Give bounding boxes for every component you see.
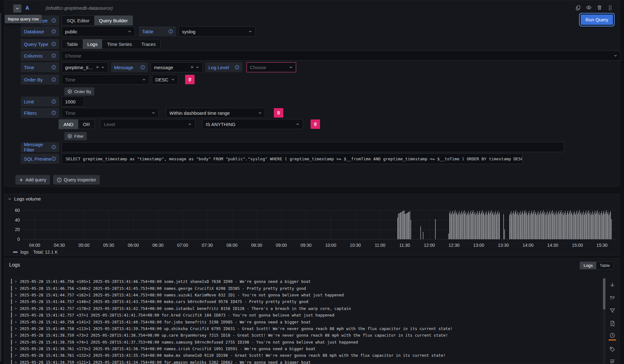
log-row[interactable]: >2025-05-28 15:41:44.757 <162>1 2025-05-… [7, 292, 602, 298]
log-row[interactable]: >2025-05-28 15:41:42.757 <178>2 2025-05-… [7, 305, 602, 312]
expand-chevron-icon[interactable]: > [15, 279, 17, 284]
add-query-button[interactable]: Add query [15, 175, 50, 185]
drag-handle-icon[interactable] [607, 5, 613, 10]
tab-or[interactable]: OR [78, 119, 95, 129]
clear-icon[interactable]: ✕ [191, 65, 194, 69]
tab-logs[interactable]: Logs [83, 39, 102, 49]
tab-sql-editor[interactable]: SQL Editor [62, 16, 94, 25]
logs-volume-chart[interactable]: 604020004:0004:3005:0005:3006:0006:3007:… [5, 194, 619, 255]
log-row[interactable]: >2025-05-28 15:41:36.761 <173>2 2025-05-… [7, 345, 602, 352]
info-icon[interactable] [52, 53, 56, 58]
expand-chevron-icon[interactable]: > [15, 333, 17, 337]
tab-time-series[interactable]: Time Series [102, 39, 136, 49]
log-row[interactable]: >2025-05-28 15:41:42.757 <37>1 2025-05-2… [7, 312, 602, 318]
run-query-button[interactable]: Run Query [581, 14, 613, 25]
info-icon[interactable] [52, 111, 56, 115]
tag-button[interactable] [609, 343, 616, 356]
order-by-field-select[interactable]: Time [62, 74, 149, 85]
x-tick-label: 15:30 [594, 243, 610, 248]
remove-condition-button[interactable] [311, 119, 320, 129]
logs-scrollbar[interactable] [603, 278, 605, 364]
log-level-stripe [11, 292, 12, 298]
sort-button[interactable] [609, 291, 616, 304]
log-row[interactable]: >2025-05-28 15:41:46.756 <148>2 2025-05-… [7, 285, 602, 291]
time-column-select[interactable]: greptime_tim… ✕ [62, 62, 108, 72]
tab-traces[interactable]: Traces [137, 39, 160, 49]
info-icon[interactable] [52, 77, 56, 82]
legend-total: Total: 12.1 K [33, 250, 58, 255]
y-gridline [22, 210, 615, 211]
expand-chevron-icon[interactable]: > [15, 347, 17, 351]
eye-icon[interactable] [586, 5, 592, 10]
clear-icon[interactable]: ✕ [96, 65, 99, 69]
tab-query-builder[interactable]: Query Builder [94, 16, 133, 25]
condition-match-select[interactable]: IS ANYTHING [202, 119, 303, 129]
database-select[interactable]: public [62, 26, 135, 36]
copy-icon[interactable] [575, 5, 581, 10]
expand-chevron-icon[interactable]: > [15, 327, 17, 331]
log-row[interactable]: >2025-05-28 15:41:40.758 <113>1 2025-05-… [7, 325, 602, 332]
add-order-by-button[interactable]: Order By [64, 87, 94, 96]
limit-input[interactable]: 1000 [62, 97, 84, 107]
expand-chevron-icon[interactable]: > [15, 360, 17, 364]
x-gridline [158, 210, 158, 239]
log-row[interactable]: >2025-05-28 15:41:44.757 <146>2 2025-05-… [7, 298, 602, 305]
add-filter-row: Filter [64, 132, 87, 140]
time-row: Time greptime_tim… ✕ Message message ✕ L… [21, 62, 296, 72]
add-filter-button[interactable]: Filter [64, 132, 87, 140]
tab-logs-view[interactable]: Logs [580, 262, 596, 269]
expand-chevron-icon[interactable]: > [15, 340, 17, 344]
legend-series-label[interactable]: logs [20, 250, 29, 255]
expand-chevron-icon[interactable]: > [15, 293, 17, 297]
expand-chevron-icon[interactable]: > [15, 286, 17, 290]
expand-chevron-icon[interactable]: > [15, 353, 17, 357]
info-icon[interactable] [52, 29, 56, 34]
log-row[interactable]: >2025-05-28 15:41:36.761 <132>2 2025-05-… [7, 352, 602, 359]
condition-field-select[interactable]: Level [100, 119, 195, 129]
info-icon[interactable] [168, 29, 173, 34]
logs-scrollbar-thumb[interactable] [603, 278, 605, 310]
remove-order-by-button[interactable] [185, 75, 195, 84]
info-icon[interactable] [235, 65, 239, 69]
tab-and[interactable]: AND [59, 119, 78, 129]
page-scrollbar[interactable] [0, 13, 1, 361]
chevron-down-icon [15, 7, 19, 10]
filter-field-select[interactable]: Time [62, 108, 159, 118]
remove-filter-button[interactable] [274, 108, 283, 118]
log-row[interactable]: >2025-05-28 15:41:46.756 <105>1 2025-05-… [7, 278, 602, 285]
log-row[interactable]: >2025-05-28 15:41:38.759 <74>1 2025-05-2… [7, 339, 602, 345]
expand-chevron-icon[interactable]: > [15, 313, 17, 317]
collapse-query-row-button[interactable] [13, 4, 21, 13]
filter-button[interactable] [609, 304, 616, 317]
info-icon[interactable] [52, 18, 56, 23]
order-by-row: Order By Time DESC [21, 74, 195, 85]
info-icon[interactable] [52, 65, 56, 69]
log-row[interactable]: >2025-05-28 15:41:38.759 <73>2 2025-05-2… [7, 332, 602, 339]
order-direction-select[interactable]: DESC [152, 74, 178, 85]
table-select[interactable]: syslog [179, 26, 256, 36]
time-button[interactable] [609, 330, 616, 343]
wrap-lines-button[interactable] [609, 356, 616, 364]
tab-table-view[interactable]: Table [596, 262, 613, 269]
info-icon[interactable] [141, 65, 145, 69]
info-icon[interactable] [52, 42, 56, 46]
expand-chevron-icon[interactable]: > [15, 306, 17, 311]
info-icon[interactable] [52, 99, 56, 104]
message-column-select[interactable]: message ✕ [151, 62, 203, 72]
info-icon[interactable] [52, 145, 56, 149]
log-row[interactable]: >2025-05-28 15:41:40.758 <141>2 2025-05-… [7, 318, 602, 325]
log-details-button[interactable] [609, 317, 616, 330]
log-rows-list: >2025-05-28 15:41:46.756 <105>1 2025-05-… [7, 278, 602, 364]
columns-select[interactable]: Choose [62, 51, 621, 61]
log-row[interactable]: >2025-05-28 15:41:34.759 <121>1 2025-05-… [7, 359, 602, 364]
tab-table[interactable]: Table [62, 39, 83, 49]
log-level-select[interactable]: Choose [246, 62, 296, 72]
expand-chevron-icon[interactable]: > [15, 300, 17, 304]
trash-icon[interactable] [597, 5, 602, 10]
expand-chevron-icon[interactable]: > [15, 320, 17, 324]
query-inspector-button[interactable]: Query inspector [53, 175, 100, 185]
filter-range-select[interactable]: Within dashboard time range [166, 108, 265, 118]
scroll-bottom-button[interactable] [609, 278, 616, 291]
message-filter-input[interactable] [62, 142, 564, 152]
info-icon[interactable] [52, 157, 56, 161]
